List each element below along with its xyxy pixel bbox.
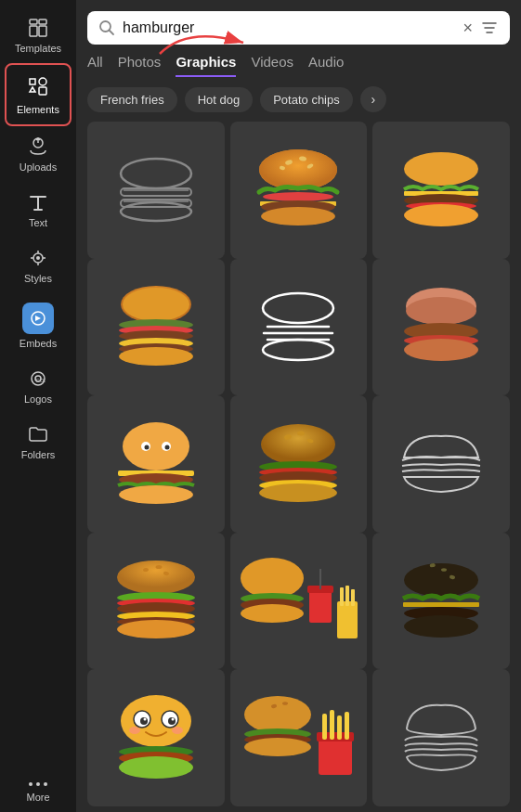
cute-cartoon-burger-icon bbox=[105, 691, 207, 784]
svg-point-108 bbox=[404, 615, 478, 638]
grid-item-3[interactable] bbox=[372, 122, 510, 259]
svg-point-67 bbox=[164, 445, 169, 449]
svg-rect-129 bbox=[322, 714, 327, 740]
svg-point-14 bbox=[36, 782, 40, 786]
svg-point-46 bbox=[123, 288, 189, 321]
grid-item-4[interactable] bbox=[87, 259, 225, 396]
sidebar-item-folders-label: Folders bbox=[21, 449, 56, 460]
sidebar-item-embeds[interactable]: Embeds bbox=[0, 293, 76, 358]
svg-point-71 bbox=[261, 424, 335, 465]
svg-point-117 bbox=[172, 727, 183, 734]
svg-point-116 bbox=[129, 727, 140, 734]
tab-all[interactable]: All bbox=[87, 54, 103, 77]
search-input[interactable] bbox=[123, 19, 455, 36]
svg-point-31 bbox=[259, 149, 337, 190]
svg-rect-99 bbox=[340, 587, 344, 606]
more-icon bbox=[27, 780, 49, 788]
cartoon-burger-icon bbox=[390, 283, 492, 371]
grid-item-13[interactable] bbox=[87, 669, 225, 806]
sidebar-item-elements[interactable]: Elements bbox=[5, 63, 72, 126]
svg-point-62 bbox=[404, 339, 478, 361]
grid-item-1[interactable] bbox=[87, 122, 225, 259]
grid-item-10[interactable] bbox=[87, 533, 225, 670]
chip-potato-chips[interactable]: Potato chips bbox=[260, 87, 353, 112]
grid-item-11[interactable] bbox=[230, 533, 368, 670]
text-icon bbox=[27, 191, 49, 213]
sidebar-item-logos[interactable]: CO. Logos bbox=[0, 358, 76, 414]
search-bar: × bbox=[87, 11, 510, 45]
main-panel: × All Photos Graphics Videos Audio Frenc bbox=[76, 0, 521, 812]
styles-icon bbox=[27, 247, 49, 269]
svg-point-73 bbox=[297, 431, 305, 435]
svg-point-44 bbox=[404, 204, 478, 226]
search-icon bbox=[98, 19, 115, 36]
sidebar-item-templates-label: Templates bbox=[15, 43, 61, 54]
grid-item-8[interactable] bbox=[230, 395, 368, 533]
outline-burger2-icon bbox=[247, 290, 349, 364]
grid-item-12[interactable] bbox=[372, 533, 510, 670]
sidebar-item-elements-label: Elements bbox=[17, 104, 59, 115]
folders-icon bbox=[27, 423, 49, 445]
grid-item-6[interactable] bbox=[372, 259, 510, 396]
tab-graphics[interactable]: Graphics bbox=[176, 54, 236, 77]
svg-point-25 bbox=[121, 202, 191, 221]
tab-videos[interactable]: Videos bbox=[251, 54, 293, 77]
svg-point-82 bbox=[155, 565, 162, 569]
svg-point-90 bbox=[241, 558, 304, 599]
svg-rect-100 bbox=[345, 586, 349, 606]
chip-hot-dog[interactable]: Hot dog bbox=[185, 87, 254, 112]
svg-point-79 bbox=[259, 483, 337, 502]
svg-text:CO.: CO. bbox=[36, 378, 46, 383]
stack-burger-icon bbox=[105, 280, 207, 373]
svg-point-80 bbox=[117, 561, 195, 594]
svg-point-109 bbox=[121, 695, 191, 747]
svg-rect-94 bbox=[309, 589, 332, 623]
grid-item-5[interactable] bbox=[230, 259, 368, 396]
clear-search-button[interactable]: × bbox=[462, 19, 473, 36]
sidebar-item-folders[interactable]: Folders bbox=[0, 414, 76, 470]
svg-rect-101 bbox=[351, 589, 355, 606]
embeds-icon bbox=[22, 303, 54, 334]
grid-item-14[interactable] bbox=[230, 669, 368, 806]
tab-photos[interactable]: Photos bbox=[118, 54, 162, 77]
svg-point-53 bbox=[263, 293, 333, 323]
svg-point-8 bbox=[36, 256, 40, 260]
sidebar-item-styles[interactable]: Styles bbox=[0, 238, 76, 293]
tab-audio[interactable]: Audio bbox=[308, 54, 344, 77]
svg-rect-5 bbox=[39, 87, 46, 95]
chips-row: French fries Hot dog Potato chips › bbox=[76, 77, 521, 122]
svg-point-36 bbox=[263, 192, 333, 201]
combo-burger-icon bbox=[233, 691, 363, 784]
sidebar-item-text-label: Text bbox=[29, 217, 47, 228]
big-burger-icon bbox=[105, 557, 207, 645]
grid-item-2[interactable] bbox=[230, 122, 368, 259]
svg-point-57 bbox=[263, 340, 333, 360]
chip-french-fries[interactable]: French fries bbox=[87, 87, 177, 112]
svg-point-13 bbox=[29, 782, 33, 786]
dark-burger-icon bbox=[390, 560, 492, 643]
svg-point-40 bbox=[404, 152, 478, 186]
grid-item-15[interactable] bbox=[372, 669, 510, 806]
cute-round-burger-icon bbox=[105, 420, 207, 509]
meal-burger-icon bbox=[233, 550, 363, 652]
sidebar-item-more-label: More bbox=[26, 792, 49, 803]
svg-point-63 bbox=[123, 422, 189, 470]
chip-scroll-right[interactable]: › bbox=[360, 86, 386, 112]
grid-item-7[interactable] bbox=[87, 395, 225, 533]
grid-item-9[interactable] bbox=[372, 395, 510, 533]
svg-point-15 bbox=[44, 782, 47, 786]
svg-point-123 bbox=[282, 702, 288, 705]
svg-rect-132 bbox=[345, 712, 349, 740]
sidebar-item-text[interactable]: Text bbox=[0, 182, 76, 238]
svg-point-89 bbox=[117, 620, 195, 638]
sidebar-item-uploads-label: Uploads bbox=[20, 161, 57, 173]
svg-line-17 bbox=[110, 31, 114, 35]
sidebar-item-uploads[interactable]: Uploads bbox=[0, 126, 76, 182]
svg-point-126 bbox=[244, 738, 311, 756]
sidebar: Templates Elements Uploads bbox=[0, 0, 76, 812]
logos-icon: CO. bbox=[27, 367, 49, 390]
sidebar-item-more[interactable]: More bbox=[0, 771, 76, 812]
svg-rect-98 bbox=[337, 601, 358, 638]
filter-icon[interactable] bbox=[480, 19, 499, 37]
sidebar-item-templates[interactable]: Templates bbox=[0, 7, 76, 63]
